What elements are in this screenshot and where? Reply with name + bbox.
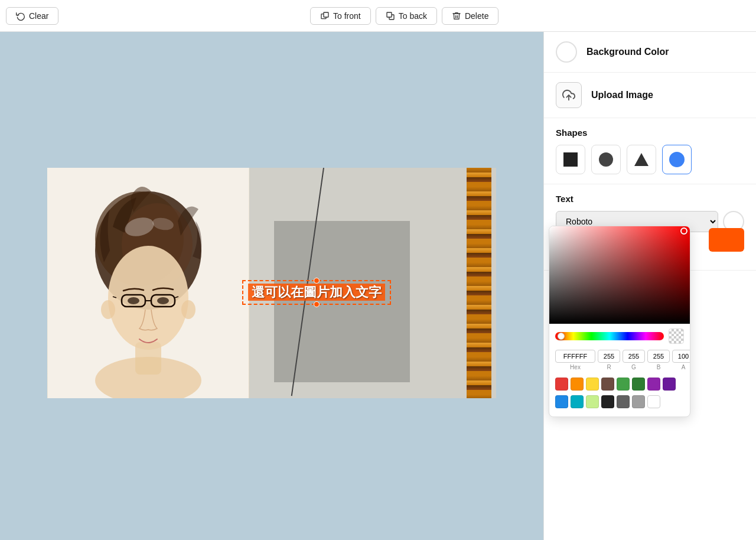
toolbar-left: Clear — [6, 7, 58, 25]
swatch-darkpurple[interactable] — [663, 378, 676, 391]
svg-point-19 — [181, 300, 195, 319]
color-inputs-row: Hex R G B A — [549, 346, 690, 374]
text-title: Text — [556, 194, 744, 204]
r-group: R — [598, 350, 620, 370]
shape-triangle-btn[interactable] — [627, 145, 656, 174]
face-illustration — [47, 168, 249, 398]
shapes-row — [556, 145, 744, 174]
clear-button[interactable]: Clear — [6, 7, 58, 25]
svg-point-18 — [101, 300, 115, 319]
upload-icon — [562, 89, 575, 102]
b-input[interactable] — [647, 350, 670, 363]
swatch-black[interactable] — [601, 395, 614, 408]
svg-point-17 — [157, 297, 169, 304]
main-layout: 還可以在圖片加入文字 Background Color Upload Image — [0, 32, 756, 540]
g-group: G — [623, 350, 645, 370]
hue-slider[interactable] — [555, 332, 664, 340]
watercolor-face-svg — [47, 168, 249, 398]
swatches-row-1 — [549, 374, 690, 392]
a-label: A — [682, 364, 686, 370]
shapes-title: Shapes — [556, 128, 744, 138]
hex-group: Hex — [555, 350, 595, 370]
triangle-icon — [634, 153, 649, 166]
canvas-text[interactable]: 還可以在圖片加入文字 — [248, 284, 385, 301]
text-element[interactable]: 還可以在圖片加入文字 — [242, 280, 391, 305]
svg-rect-3 — [387, 12, 392, 17]
hex-label: Hex — [570, 364, 581, 370]
g-label: G — [631, 364, 636, 370]
bg-color-label: Background Color — [586, 47, 669, 57]
shape-circle-btn[interactable] — [591, 145, 621, 174]
swatches-row-2 — [549, 392, 690, 409]
a-group: A — [672, 350, 690, 370]
swatch-blue[interactable] — [555, 395, 568, 408]
hex-input[interactable] — [555, 350, 595, 363]
r-input[interactable] — [598, 350, 620, 363]
shape-circle-blue-btn[interactable] — [662, 145, 692, 174]
swatch-brown[interactable] — [601, 378, 614, 391]
upload-icon-box — [556, 82, 582, 108]
circle-blue-icon — [669, 152, 685, 167]
circle-icon — [599, 152, 613, 167]
handle-top[interactable] — [314, 278, 320, 284]
swatch-purple[interactable] — [647, 378, 660, 391]
svg-point-8 — [108, 246, 188, 350]
a-input[interactable] — [672, 350, 690, 363]
svg-rect-1 — [324, 12, 328, 17]
g-input[interactable] — [623, 350, 645, 363]
text-section: Text Roboto Arial Times New Roman Georgi… — [544, 184, 756, 271]
toolbar-center: To front To back Delete — [310, 7, 498, 25]
shape-square-btn[interactable] — [556, 145, 585, 174]
gradient-picker[interactable] — [549, 226, 690, 324]
background-color-section: Background Color — [544, 32, 756, 73]
swatch-lightgreen[interactable] — [617, 378, 630, 391]
to-back-button[interactable]: To back — [376, 7, 437, 25]
square-icon — [563, 152, 578, 167]
upload-label: Upload Image — [591, 90, 653, 100]
bg-color-picker[interactable] — [556, 41, 577, 63]
svg-point-16 — [128, 297, 139, 304]
gradient-cursor[interactable] — [680, 227, 687, 235]
hue-thumb[interactable] — [558, 333, 565, 340]
swatch-cyan[interactable] — [571, 395, 584, 408]
to-front-button[interactable]: To front — [310, 7, 371, 25]
upload-image-section[interactable]: Upload Image — [544, 73, 756, 118]
swatch-darkgray[interactable] — [617, 395, 630, 408]
trash-icon — [452, 11, 461, 21]
orange-swatch-container — [709, 228, 744, 254]
ruler-bar — [467, 168, 491, 398]
b-label: B — [657, 364, 661, 370]
swatch-gray[interactable] — [632, 395, 645, 408]
swatch-lime[interactable] — [586, 395, 599, 408]
canvas-area[interactable]: 還可以在圖片加入文字 — [0, 32, 543, 540]
to-back-icon — [386, 11, 395, 21]
toolbar: Clear To front To back Delete — [0, 0, 756, 32]
shapes-section: Shapes — [544, 118, 756, 184]
refresh-icon — [16, 11, 25, 21]
swatch-orange[interactable] — [571, 378, 584, 391]
canvas-content: 還可以在圖片加入文字 — [47, 168, 496, 404]
swatch-red[interactable] — [555, 378, 568, 391]
swatch-white[interactable] — [647, 395, 660, 408]
artwork-image: 還可以在圖片加入文字 — [47, 168, 496, 398]
opacity-swatch[interactable] — [669, 328, 684, 344]
to-front-icon — [320, 11, 330, 21]
swatch-yellow[interactable] — [586, 378, 599, 391]
right-sidebar: Background Color Upload Image Shapes — [543, 32, 756, 540]
r-label: R — [607, 364, 611, 370]
hue-slider-row — [549, 324, 690, 346]
delete-button[interactable]: Delete — [442, 7, 498, 25]
swatch-darkgreen[interactable] — [632, 378, 645, 391]
b-group: B — [647, 350, 670, 370]
orange-color-swatch[interactable] — [709, 228, 744, 252]
handle-bottom[interactable] — [314, 301, 320, 307]
color-picker-popup: Hex R G B A — [549, 226, 690, 417]
